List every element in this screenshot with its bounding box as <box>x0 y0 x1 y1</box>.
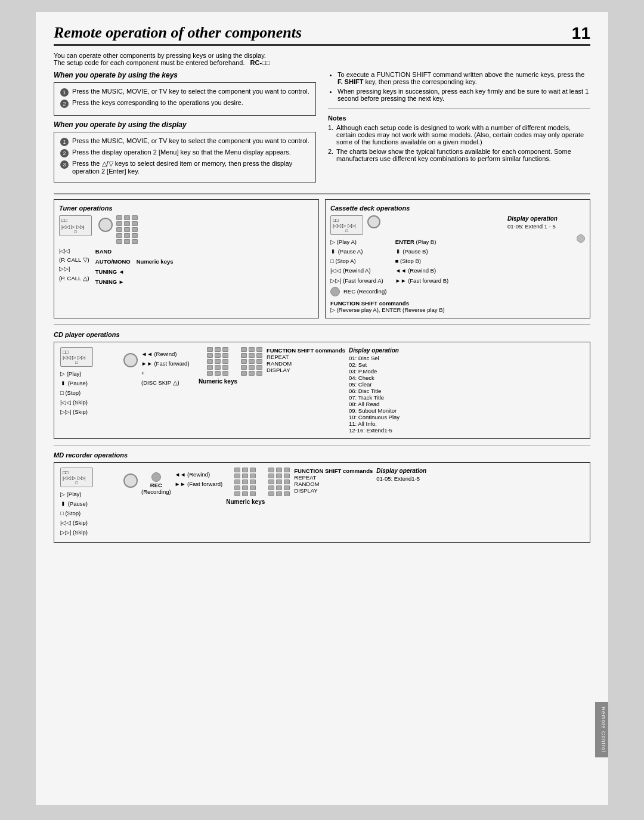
key-1 <box>116 215 122 220</box>
step-circle-d1: 1 <box>60 138 69 146</box>
cd-knob <box>123 353 138 367</box>
key-11 <box>124 233 130 238</box>
key-9 <box>132 227 138 232</box>
cd-section: CD player operations □□ |◁◁ ▷ ▷▷| □ ▷ (P… <box>54 331 590 439</box>
when-display-step-1: 1 Press the MUSIC, MOVIE, or TV key to s… <box>60 137 309 146</box>
md-numeric-keys-label: Numeric keys <box>226 499 265 505</box>
tuner-inner: □□ |◁◁ ▷ ▷▷| □ <box>59 215 314 244</box>
cassette-layout: □□ |◁◁ ▷ ▷▷| □ ▷ (Play A) ⏸ ( <box>330 215 585 313</box>
cd-kb2 <box>215 371 221 376</box>
md-numeric-section-2 <box>268 468 290 496</box>
cd-kb3 <box>222 371 228 376</box>
divider-1 <box>328 108 590 109</box>
cd-numeric-keys-label: Numeric keys <box>199 378 237 385</box>
cassette-display-op: Display operation 01-05: Extend 1 - 5 <box>507 215 585 244</box>
cassette-ctrl-cols: ▷ (Play A) ⏸ (Pause A) □ (Stop A) |◁◁ (R… <box>330 237 501 286</box>
md-controls-mid: ◄◄ (Rewind) ►► (Fast forward) <box>175 470 223 489</box>
tuner-left-labels: |◁◁ (P. CALL ▽) ▷▷| (P. CALL △) <box>59 246 89 287</box>
note-2: The charts below show the typical functi… <box>328 148 590 162</box>
key-b2 <box>124 239 130 244</box>
md-section: MD recorder operations □□ |◁◁ ▷ ▷▷| □ ▷ … <box>54 451 590 543</box>
key-10 <box>116 233 122 238</box>
cd-func-display: FUNCTION SHIFT commands REPEAT RANDOM DI… <box>267 347 345 373</box>
md-controls-left: ▷ (Play) ⏸ (Pause) □ (Stop) |◁◁ (Skip) ▷… <box>60 490 120 538</box>
when-display-box: 1 Press the MUSIC, MOVIE, or TV key to s… <box>54 132 316 182</box>
cd-key-8 <box>215 359 221 364</box>
step-circle-2: 2 <box>60 100 69 108</box>
cassette-remote-icon: □□ |◁◁ ▷ ▷▷| □ <box>330 215 501 235</box>
md-func-shift: FUNCTION SHIFT commands REPEAT RANDOM DI… <box>294 468 373 494</box>
step-circle-1: 1 <box>60 88 69 97</box>
md-rec: REC (Recording) <box>141 472 171 495</box>
cd-bottom-keys-2 <box>241 371 263 376</box>
md-numeric-section: Numeric keys <box>226 468 265 505</box>
when-keys-step-2: 2 Press the keys corresponding to the op… <box>60 99 309 108</box>
bullet-2: When pressing keys in succession, press … <box>338 88 590 102</box>
cd-box: □□ |◁◁ ▷ ▷▷| □ ▷ (Play) ⏸ (Pause) □ (Sto… <box>54 342 590 439</box>
cd-controls-left: ▷ (Play) ⏸ (Pause) □ (Stop) |◁◁ (Skip) ▷… <box>60 369 120 417</box>
tuner-mid-labels: BAND AUTO/MONO TUNING ◄ TUNING ► <box>95 246 131 287</box>
side-tab: Remote Control <box>595 702 608 757</box>
tuner-cassette-row: Tuner operations □□ |◁◁ ▷ ▷▷| □ <box>54 199 590 318</box>
left-column: When you operate by using the keys 1 Pre… <box>54 71 316 187</box>
step-circle-d2: 2 <box>60 149 69 157</box>
bullet-1: To execute a FUNCTION SHIFT command writ… <box>338 71 590 85</box>
rec-button-icon <box>330 287 340 296</box>
cd-inner: □□ |◁◁ ▷ ▷▷| □ ▷ (Play) ⏸ (Pause) □ (Sto… <box>60 347 584 434</box>
section-divider <box>54 193 590 194</box>
key-6 <box>132 221 138 226</box>
key-b3 <box>132 239 138 244</box>
cd-remote-icon: □□ |◁◁ ▷ ▷▷| □ <box>60 347 93 367</box>
cd-display-op: Display operation 01: Disc Sel 02: Set 0… <box>349 347 400 434</box>
key-4 <box>116 221 122 226</box>
tuner-remote-icon: □□ |◁◁ ▷ ▷▷| □ <box>59 215 95 236</box>
tuner-numeric-grid <box>116 215 138 238</box>
key-8 <box>124 227 130 232</box>
cassette-rec-right <box>507 234 585 244</box>
cassette-box: Cassette deck operations □□ |◁◁ ▷ ▷▷| □ <box>325 199 590 318</box>
cd-key-12 <box>222 365 228 370</box>
md-inner: □□ |◁◁ ▷ ▷▷| □ ▷ (Play) ⏸ (Pause) □ (Sto… <box>60 468 584 538</box>
right-bullets: To execute a FUNCTION SHIFT command writ… <box>328 71 590 102</box>
cd-key-3 <box>222 347 228 352</box>
md-display-op: Display operation 01-05: Extend1-5 <box>376 468 426 482</box>
cd-key-5 <box>215 353 221 358</box>
cassette-title: Cassette deck operations <box>330 205 585 212</box>
cd-key-10 <box>207 365 213 370</box>
note-1: Although each setup code is designed to … <box>328 124 590 146</box>
rec-icon-small <box>577 234 585 243</box>
cd-title: CD player operations <box>54 331 590 338</box>
intro-text: You can operate other components by pres… <box>54 52 590 66</box>
page-number: 11 <box>572 24 590 43</box>
key-5 <box>124 221 130 226</box>
when-keys-title: When you operate by using the keys <box>54 71 316 79</box>
key-b1 <box>116 239 122 244</box>
cd-key-1 <box>207 347 213 352</box>
key-2 <box>124 215 130 220</box>
key-12 <box>132 233 138 238</box>
step-circle-d3: 3 <box>60 160 69 169</box>
cd-key-7 <box>207 359 213 364</box>
cassette-col-a: ▷ (Play A) ⏸ (Pause A) □ (Stop A) |◁◁ (R… <box>330 237 383 286</box>
md-box: □□ |◁◁ ▷ ▷▷| □ ▷ (Play) ⏸ (Pause) □ (Sto… <box>54 462 590 543</box>
main-two-col: When you operate by using the keys 1 Pre… <box>54 71 590 187</box>
md-divider <box>54 445 590 445</box>
cd-numeric-grid <box>207 347 229 370</box>
cd-kb1 <box>207 371 213 376</box>
md-remote-icon: □□ |◁◁ ▷ ▷▷| □ <box>60 468 93 487</box>
cd-numeric-section: Numeric keys <box>199 347 237 385</box>
when-display-step-3: 3 Press the △/▽ keys to select desired i… <box>60 160 309 175</box>
md-left: □□ |◁◁ ▷ ▷▷| □ ▷ (Play) ⏸ (Pause) □ (Sto… <box>60 468 120 538</box>
cd-numeric-section-2 <box>241 347 263 376</box>
md-knob <box>123 474 138 488</box>
notes-section: Notes Although each setup code is design… <box>328 115 590 162</box>
md-numeric-grid <box>234 468 256 490</box>
tuner-knob <box>98 218 113 232</box>
when-display-step-2: 2 Press the display operation 2 [Menu] k… <box>60 148 309 157</box>
notes-title: Notes <box>328 115 590 122</box>
cd-key-2 <box>215 347 221 352</box>
page-title: Remote operation of other components <box>54 24 590 46</box>
cd-key-9 <box>222 359 228 364</box>
cd-key-11 <box>215 365 221 370</box>
cd-key-6 <box>222 353 228 358</box>
